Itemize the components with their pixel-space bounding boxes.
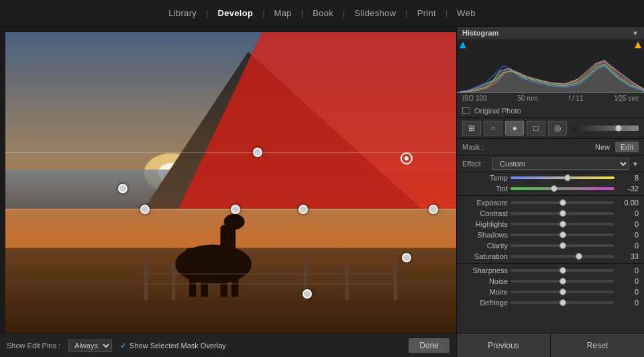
temp-label: Temp	[462, 174, 508, 182]
top-navigation: Library | Develop | Map | Book | Slidesh…	[0, 0, 644, 27]
contrast-value: 0	[617, 209, 639, 217]
clarity-slider-row: Clarity 0	[457, 240, 644, 251]
tint-slider-track[interactable]	[511, 187, 614, 190]
highlights-slider-track[interactable]	[511, 223, 614, 225]
mask-new-button[interactable]: New	[590, 142, 615, 152]
histogram-section: Histogram ▼ ISO 100 50 m	[457, 27, 644, 118]
exposure-slider-row: Exposure 0.00	[457, 197, 644, 208]
histogram-header: Histogram ▼	[457, 27, 644, 39]
svg-rect-12	[201, 277, 208, 297]
histogram-dropdown-icon[interactable]: ▼	[632, 30, 639, 37]
defringe-slider-track[interactable]	[511, 301, 614, 304]
moire-label: Moire	[462, 288, 508, 296]
tool-redeye[interactable]: ●	[505, 121, 524, 136]
temp-slider-track[interactable]	[511, 176, 614, 179]
defringe-value: 0	[617, 299, 639, 307]
sharpness-slider-track[interactable]	[511, 269, 614, 272]
nav-book[interactable]: Book	[303, 8, 343, 18]
nav-library[interactable]: Library	[159, 8, 206, 18]
moire-slider-thumb[interactable]	[559, 289, 566, 295]
contrast-slider-thumb[interactable]	[559, 210, 566, 217]
center-panel: Show Edit Pins : Always ✓ Show Selected …	[0, 27, 456, 357]
tool-graduated-filter[interactable]: □	[527, 121, 545, 136]
shutter-speed: 1⁄25 sec	[614, 95, 639, 102]
clarity-slider-thumb[interactable]	[559, 242, 566, 249]
svg-rect-14	[231, 277, 238, 297]
highlights-label: Highlights	[462, 220, 508, 228]
exposure-value: 0.00	[617, 199, 639, 207]
overlay-check-container[interactable]: ✓ Show Selected Mask Overlay	[120, 341, 226, 350]
svg-rect-13	[220, 277, 227, 297]
nav-slideshow[interactable]: Slideshow	[345, 8, 405, 18]
saturation-slider-track[interactable]	[511, 255, 614, 258]
gradient-center-handle[interactable]	[400, 152, 413, 164]
exif-info: ISO 100 50 mm f / 11 1⁄25 sec	[457, 93, 644, 104]
overlay-label: Show Selected Mask Overlay	[129, 342, 226, 350]
moire-value: 0	[617, 288, 639, 296]
tool-spot-removal[interactable]: ○	[484, 121, 502, 136]
tool-crop[interactable]: ⊞	[462, 121, 481, 136]
reset-button[interactable]: Reset	[551, 334, 644, 357]
shadows-slider-track[interactable]	[511, 234, 614, 236]
effect-label: Effect :	[462, 160, 492, 168]
svg-point-10	[224, 214, 245, 230]
nav-develop[interactable]: Develop	[208, 8, 262, 18]
tint-label: Tint	[462, 185, 508, 193]
noise-label: Noise	[462, 277, 508, 285]
original-photo-row: Original Photo	[457, 104, 644, 117]
exposure-slider-track[interactable]	[511, 201, 614, 204]
main-layout: Show Edit Pins : Always ✓ Show Selected …	[0, 27, 644, 357]
mask-edit-button[interactable]: Edit	[615, 142, 639, 152]
tint-slider-row: Tint -32	[457, 183, 644, 194]
edit-pins-select[interactable]: Always	[68, 340, 112, 352]
shadows-value: 0	[617, 231, 639, 239]
highlights-value: 0	[617, 220, 639, 228]
temp-slider-thumb[interactable]	[564, 174, 571, 181]
shadows-label: Shadows	[462, 231, 508, 239]
done-button[interactable]: Done	[409, 338, 449, 353]
check-icon: ✓	[120, 341, 127, 350]
gradient-handle-bottom[interactable]	[402, 253, 411, 262]
nav-web[interactable]: Web	[447, 8, 484, 18]
svg-rect-15	[144, 261, 148, 300]
right-panel: Histogram ▼ ISO 100 50 m	[456, 27, 644, 357]
defringe-slider-thumb[interactable]	[559, 299, 566, 306]
svg-rect-11	[189, 277, 196, 297]
exposure-slider-thumb[interactable]	[559, 199, 566, 206]
nav-map[interactable]: Map	[265, 8, 301, 18]
saturation-slider-thumb[interactable]	[576, 253, 582, 260]
noise-slider-thumb[interactable]	[559, 278, 566, 285]
panel-bottom-buttons: Previous Reset	[457, 333, 644, 357]
histogram-svg	[457, 39, 644, 93]
gradient-handle-2[interactable]	[118, 184, 127, 193]
contrast-slider-track[interactable]	[511, 212, 614, 215]
contrast-label: Contrast	[462, 209, 508, 217]
clarity-slider-track[interactable]	[511, 244, 614, 247]
moire-slider-track[interactable]	[511, 291, 614, 293]
noise-slider-row: Noise 0	[457, 276, 644, 287]
tint-slider-thumb[interactable]	[551, 185, 557, 192]
tint-value: -32	[617, 185, 639, 193]
highlights-slider-row: Highlights 0	[457, 219, 644, 230]
saturation-slider-row: Saturation 33	[457, 251, 644, 262]
svg-rect-16	[172, 264, 175, 301]
shadows-slider-thumb[interactable]	[559, 232, 566, 238]
highlights-slider-thumb[interactable]	[559, 221, 566, 227]
previous-button[interactable]: Previous	[457, 334, 551, 357]
svg-rect-18	[345, 264, 349, 301]
iso-value: ISO 100	[462, 95, 487, 102]
noise-slider-track[interactable]	[511, 280, 614, 283]
photo-container	[5, 32, 456, 333]
sharpness-slider-thumb[interactable]	[559, 267, 566, 274]
svg-rect-19	[394, 264, 397, 301]
nav-print[interactable]: Print	[408, 8, 445, 18]
svg-marker-22	[457, 60, 644, 93]
divider-2	[457, 263, 644, 264]
tool-radial-filter[interactable]: ◎	[548, 121, 567, 136]
mask-row: Mask : New Edit	[457, 139, 644, 156]
clarity-value: 0	[617, 242, 639, 250]
effect-select[interactable]: Custom	[492, 158, 629, 170]
original-photo-label: Original Photo	[474, 107, 521, 115]
temp-slider-row: Temp 8	[457, 172, 644, 183]
gradient-handle-7[interactable]	[303, 289, 312, 299]
